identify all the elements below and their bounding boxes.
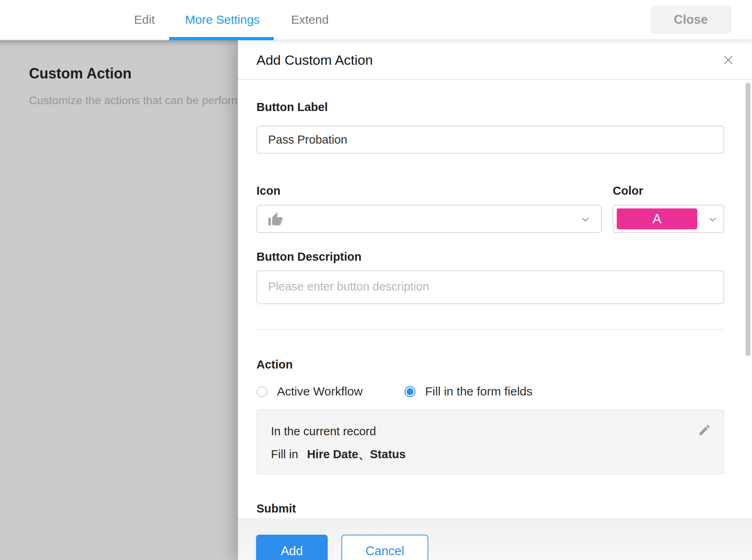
- modal-header: Add Custom Action: [238, 40, 752, 80]
- tab-edit[interactable]: Edit: [134, 0, 155, 39]
- icon-select[interactable]: [256, 205, 602, 233]
- color-select[interactable]: A: [613, 205, 724, 233]
- modal-footer: Add Cancel: [238, 518, 752, 560]
- radio-active-workflow[interactable]: Active Workflow: [256, 385, 363, 398]
- fill-field-2: Status: [370, 448, 406, 461]
- thumbs-up-icon: [268, 212, 283, 227]
- radio-label: Fill in the form fields: [425, 385, 533, 398]
- icon-label: Icon: [256, 184, 281, 198]
- modal-title: Add Custom Action: [256, 52, 373, 68]
- fill-separator: 、: [358, 448, 370, 461]
- button-description-input[interactable]: [256, 270, 724, 304]
- button-label-label: Button Label: [256, 101, 328, 114]
- active-tab-underline: [169, 37, 274, 40]
- fill-summary-fields: Fill inHire Date、Status: [271, 447, 406, 463]
- close-icon[interactable]: [721, 53, 735, 67]
- add-custom-action-modal: Add Custom Action Button Label Icon Colo…: [238, 40, 752, 560]
- color-label: Color: [613, 184, 643, 198]
- cancel-button[interactable]: Cancel: [341, 535, 428, 560]
- chevron-down-icon: [580, 214, 591, 225]
- radio-unselected-icon: [256, 386, 267, 397]
- fill-field-1: Hire Date: [307, 448, 358, 461]
- tab-extend[interactable]: Extend: [291, 0, 328, 39]
- close-button[interactable]: Close: [650, 6, 731, 34]
- background-page: Custom Action Customize the actions that…: [0, 40, 238, 560]
- add-button[interactable]: Add: [256, 535, 328, 560]
- submit-label: Submit: [256, 502, 296, 515]
- chevron-down-icon: [707, 214, 718, 225]
- fill-summary-box: In the current record Fill inHire Date、S…: [256, 410, 724, 475]
- page-subtitle: Customize the actions that can be perfor…: [29, 94, 238, 107]
- modal-scrollbar-thumb[interactable]: [746, 82, 750, 356]
- tab-more-settings[interactable]: More Settings: [185, 0, 260, 39]
- fill-prefix: Fill in: [271, 448, 298, 461]
- action-label: Action: [256, 358, 293, 371]
- top-header: Edit More Settings Extend Close: [0, 0, 752, 40]
- edit-pencil-icon[interactable]: [698, 423, 711, 437]
- button-description-label: Button Description: [256, 250, 362, 264]
- radio-fill-form-fields[interactable]: Fill in the form fields: [405, 385, 533, 398]
- radio-selected-icon: [405, 386, 415, 397]
- color-swatch: A: [617, 208, 697, 229]
- section-divider: [256, 329, 724, 330]
- fill-summary-target: In the current record: [271, 425, 376, 438]
- button-label-input[interactable]: [256, 126, 724, 154]
- radio-label: Active Workflow: [277, 385, 363, 398]
- page-title: Custom Action: [29, 65, 132, 82]
